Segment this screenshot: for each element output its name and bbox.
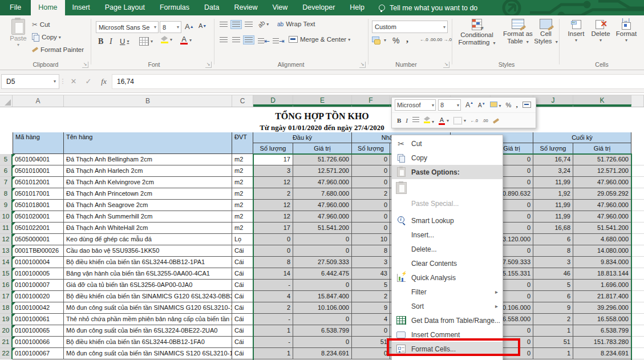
cell-K8[interactable]: 29.059.292 xyxy=(573,188,631,200)
bottom-align-button[interactable] xyxy=(245,22,253,27)
copy-button[interactable]: Copy▾ xyxy=(32,33,61,41)
cell-D20[interactable]: 1 xyxy=(253,325,293,337)
cell-J9[interactable]: 11,99 xyxy=(533,200,573,211)
orientation-button[interactable]: ab▾ xyxy=(258,21,269,27)
cell-E19[interactable]: 0 xyxy=(293,314,352,325)
cell-A7[interactable]: 0501012001 xyxy=(13,177,64,188)
cancel-button[interactable]: ✕ xyxy=(66,77,81,86)
middle-align-button[interactable] xyxy=(231,21,241,29)
cell-F6[interactable]: 0 xyxy=(352,165,390,177)
cell-B18[interactable]: Mô đun công suất của biến tần SINAMICS G… xyxy=(64,302,232,314)
cell-B13[interactable]: Cầu dao bảo vệ 5SU9356-1KK50 xyxy=(64,245,232,257)
row-header-14[interactable]: 14 xyxy=(0,257,13,268)
cell-E12[interactable]: 0 xyxy=(293,234,352,245)
cell-E15[interactable]: 6.442.475 xyxy=(293,268,352,280)
header-ck-gia-tri[interactable]: Giá trị xyxy=(573,143,631,154)
cell-F15[interactable]: 43 xyxy=(352,268,390,280)
cell-J7[interactable]: 11,99 xyxy=(533,177,573,188)
merge-center-button[interactable]: Merge & Center▾ xyxy=(289,36,350,43)
cell-B17[interactable]: Bộ điều khiển của biến tần SINAMICS G120… xyxy=(64,291,232,302)
cell-K20[interactable]: 6.538.799 xyxy=(573,325,631,337)
cell-C22[interactable]: Cái xyxy=(232,348,253,359)
name-box[interactable]: D5▾ xyxy=(1,74,59,89)
cell-C10[interactable]: m2 xyxy=(232,211,253,223)
cut-button[interactable]: ✂ Cut xyxy=(32,21,50,29)
cell-C11[interactable]: m2 xyxy=(232,223,253,234)
row-header-21[interactable]: 21 xyxy=(0,337,13,348)
cell-D5[interactable]: 17 xyxy=(253,154,293,165)
center-button[interactable] xyxy=(232,37,240,43)
cell-B12[interactable]: Keo dùng để ghép các mẫu đá xyxy=(64,234,232,245)
cell-D11[interactable]: 17 xyxy=(253,223,293,234)
mini-font-color-button[interactable]: A▾ xyxy=(439,116,449,125)
mini-decrease-decimal-button[interactable]: .00 xyxy=(483,119,488,123)
menu-item-smart-lookup[interactable]: Smart Lookup xyxy=(392,213,503,228)
mini-font-name-combo[interactable]: Microsof▾ xyxy=(395,99,436,111)
menu-item-insert[interactable]: Insert... xyxy=(392,228,503,242)
underline-button[interactable]: U▾ xyxy=(120,37,129,46)
cell-A9[interactable]: 0501018001 xyxy=(13,200,64,211)
menu-item-cut[interactable]: ✂Cut xyxy=(392,136,503,151)
mini-italic-button[interactable]: I xyxy=(406,117,408,124)
cell-A14[interactable]: 0100100004 xyxy=(13,257,64,268)
format-cells-ribbon-button[interactable]: |↔| Format ▾ xyxy=(614,19,639,43)
cell-A8[interactable]: 0501017001 xyxy=(13,188,64,200)
cell-J11[interactable]: 16,68 xyxy=(533,223,573,234)
cell-F20[interactable]: 0 xyxy=(352,325,390,337)
menu-item-copy[interactable]: Copy xyxy=(392,151,503,165)
cell-D13[interactable]: 0 xyxy=(253,245,293,257)
cell-C5[interactable]: m2 xyxy=(232,154,253,165)
cell-B14[interactable]: Bộ điều khiển của biến tần 6SL3244-0BB12… xyxy=(64,257,232,268)
cell-J16[interactable]: 5 xyxy=(533,280,573,291)
cell-B8[interactable]: Đá Thạch Anh Princetown 2cm xyxy=(64,188,232,200)
row-header-6[interactable]: 6 xyxy=(0,165,13,177)
cell-A18[interactable]: 0100100042 xyxy=(13,302,64,314)
cell-E11[interactable]: 51.541.200 xyxy=(293,223,352,234)
mini-format-painter-button[interactable] xyxy=(493,117,499,124)
row-header-19[interactable]: 19 xyxy=(0,314,13,325)
cell-K5[interactable]: 51.726.600 xyxy=(573,154,631,165)
cell-C15[interactable]: Cái xyxy=(232,268,253,280)
cell-C8[interactable]: m2 xyxy=(232,188,253,200)
cell-K19[interactable]: 16.558.000 xyxy=(573,314,631,325)
cell-J14[interactable]: 3 xyxy=(533,257,573,268)
row-header-11[interactable]: 11 xyxy=(0,223,13,234)
cell-F7[interactable]: 0 xyxy=(352,177,390,188)
cell-A22[interactable]: 0100100067 xyxy=(13,348,64,359)
borders-button[interactable]: ▾ xyxy=(139,37,153,46)
cell-A20[interactable]: 0100100065 xyxy=(13,325,64,337)
cell-J13[interactable]: 8 xyxy=(533,245,573,257)
cell-E22[interactable]: 8.234.691 xyxy=(293,348,352,359)
cell-K10[interactable]: 47.960.000 xyxy=(573,211,631,223)
mini-shrink-font-button[interactable]: A▼ xyxy=(478,102,485,108)
increase-decimal-button[interactable]: ←.0 .00 xyxy=(420,37,436,42)
shrink-font-button[interactable]: A▼ xyxy=(199,22,206,29)
cell-A6[interactable]: 0501010001 xyxy=(13,165,64,177)
mini-font-size-combo[interactable]: 8▾ xyxy=(438,99,461,111)
cell-K22[interactable]: 8.234.691 xyxy=(573,348,631,359)
row-header-18[interactable]: 18 xyxy=(0,302,13,314)
grow-font-button[interactable]: A▲ xyxy=(185,22,194,31)
cell-J20[interactable]: 1 xyxy=(533,325,573,337)
fill-color-button[interactable]: ▾ xyxy=(161,36,172,43)
row-header-5[interactable]: 5 xyxy=(0,154,13,165)
menu-item-filter[interactable]: Filter▸ xyxy=(392,285,503,299)
cell-J21[interactable]: 51 xyxy=(533,337,573,348)
enter-button[interactable]: ✓ xyxy=(81,77,96,86)
mini-merge-center-button[interactable] xyxy=(523,102,531,109)
cell-A12[interactable]: 0505000001 xyxy=(13,234,64,245)
header-cuoi-ky[interactable]: Cuối kỳ xyxy=(533,132,631,143)
cell-E13[interactable]: 0 xyxy=(293,245,352,257)
number-dialog-launcher[interactable]: ↘ xyxy=(443,62,449,68)
cell-D9[interactable]: 12 xyxy=(253,200,293,211)
cell-B22[interactable]: Mô đun công suất của biến tần SINAMICS S… xyxy=(64,348,232,359)
cell-F8[interactable]: 2 xyxy=(352,188,390,200)
menu-item-quick-analysis[interactable]: Quick Analysis xyxy=(392,270,503,285)
cell-A21[interactable]: 0100100066 xyxy=(13,337,64,348)
paste-button[interactable]: Paste ▾ xyxy=(6,19,31,47)
column-header-C[interactable]: C xyxy=(232,95,253,107)
cell-K12[interactable]: 4.680.000 xyxy=(573,234,631,245)
cell-B11[interactable]: Đá Thạch Anh WhiteHall 2cm xyxy=(64,223,232,234)
cell-F17[interactable]: 2 xyxy=(352,291,390,302)
row-header-22[interactable]: 22 xyxy=(0,348,13,359)
